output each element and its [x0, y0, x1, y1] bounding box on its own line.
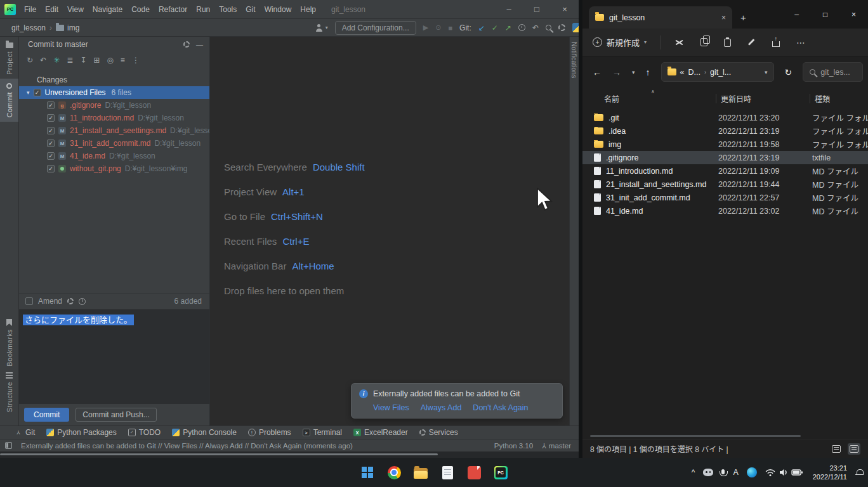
list-view-icon[interactable] — [830, 443, 843, 455]
editor-area[interactable]: Search Everywhere Double Shift Project V… — [210, 37, 569, 425]
file-row[interactable]: 41_ide.md 2022/12/11 23:02 MD ファイル — [582, 204, 868, 218]
maximize-button[interactable]: □ — [523, 0, 551, 18]
see-more-icon[interactable]: ⋯ — [796, 37, 806, 48]
tool-window-tab[interactable]: Python Console — [166, 426, 242, 439]
rename-icon[interactable] — [747, 38, 756, 46]
chrome-taskbar-button[interactable] — [386, 464, 402, 481]
refresh-icon[interactable]: ↻ — [27, 56, 33, 65]
share-icon[interactable] — [772, 41, 780, 47]
menu-item[interactable]: View — [63, 0, 88, 19]
tool-window-tab[interactable]: Terminal — [297, 426, 348, 439]
group-by-icon[interactable]: ⊞ — [93, 56, 100, 65]
chevron-down-icon[interactable]: ▾ — [27, 89, 30, 96]
column-divider[interactable] — [716, 94, 716, 103]
start-button[interactable] — [359, 464, 376, 481]
sidebar-tab-bookmarks[interactable]: Bookmarks — [0, 315, 18, 371]
changelist-icon[interactable]: ✳ — [53, 56, 60, 65]
network-volume-battery-icons[interactable] — [765, 467, 805, 477]
paste-icon[interactable] — [724, 39, 731, 47]
gear-icon[interactable] — [67, 298, 74, 304]
up-icon[interactable]: ↑ — [646, 67, 650, 77]
taskbar-clock[interactable]: 23:21 2022/12/11 — [813, 464, 847, 482]
sidebar-tab-structure[interactable]: Structure — [0, 368, 18, 417]
details-view-icon[interactable] — [848, 443, 860, 455]
menu-item[interactable]: Help — [296, 0, 320, 19]
checkbox-checked[interactable]: ✓ — [47, 127, 55, 134]
refresh-icon[interactable]: ↻ — [785, 67, 792, 77]
change-file-row[interactable]: ✓ without_git.png D:¥git_lesson¥img — [19, 162, 209, 175]
menu-item[interactable]: Git — [241, 0, 260, 19]
address-crumb-folder[interactable]: git_l... — [710, 68, 731, 77]
change-file-row[interactable]: ✓ .gitignore D:¥git_lesson — [19, 99, 209, 112]
rollback-icon[interactable]: ↶ — [532, 23, 539, 32]
forward-icon[interactable]: → — [612, 67, 621, 77]
change-file-row[interactable]: ✓ 11_introduction.md D:¥git_lesson — [19, 112, 209, 124]
breadcrumb-project[interactable]: git_lesson — [11, 23, 46, 32]
chevron-down-icon[interactable]: ▾ — [765, 69, 768, 75]
git-branch-widget[interactable]: Y master — [542, 442, 571, 450]
gear-icon[interactable] — [183, 41, 190, 48]
copy-icon[interactable] — [700, 38, 707, 46]
change-file-row[interactable]: ✓ 41_ide.md D:¥git_lesson — [19, 150, 209, 162]
file-explorer-taskbar-button[interactable] — [412, 464, 429, 481]
shelve-icon[interactable]: ↧ — [80, 56, 86, 65]
breadcrumb-img[interactable]: img — [67, 23, 79, 32]
edge-icon[interactable] — [747, 467, 757, 477]
tool-window-tab[interactable]: TODO — [122, 426, 166, 439]
new-item-button[interactable]: + 新規作成 ▾ — [593, 36, 647, 48]
file-row[interactable]: 11_introduction.md 2022/12/11 19:09 MD フ… — [582, 164, 868, 178]
new-tab-button[interactable]: + — [740, 12, 746, 23]
file-row[interactable]: 21_install_and_seettings.md 2022/12/11 1… — [582, 178, 868, 191]
more-options-icon[interactable]: ⋮ — [132, 56, 140, 65]
rollback-icon[interactable]: ↶ — [40, 56, 46, 65]
notification-action-link[interactable]: View Files — [373, 403, 409, 412]
column-header-type[interactable]: 種類 — [815, 93, 868, 108]
history-icon[interactable] — [79, 298, 86, 305]
settings-gear-icon[interactable] — [558, 24, 565, 31]
change-file-row[interactable]: ✓ 21_install_and_seettings.md D:¥git_les… — [19, 124, 209, 137]
sidebar-tab-notifications[interactable]: Notifications — [570, 37, 578, 78]
tab-close-icon[interactable]: × — [721, 13, 726, 22]
minimize-button[interactable]: – — [495, 0, 523, 18]
tool-window-tab[interactable]: Python Packages — [41, 426, 122, 439]
address-collapse-icon[interactable]: « — [680, 68, 685, 77]
file-row[interactable]: .gitignore 2022/12/11 23:19 txtfile — [582, 151, 868, 164]
add-configuration-button[interactable]: Add Configuration... — [335, 21, 416, 35]
column-divider[interactable] — [810, 94, 810, 103]
menu-item[interactable]: Edit — [41, 0, 63, 19]
checkbox-checked[interactable]: ✓ — [47, 114, 55, 122]
column-header-date[interactable]: 更新日時 — [721, 93, 815, 108]
menu-item[interactable]: Window — [260, 0, 296, 19]
pycharm-taskbar-button[interactable]: PC — [492, 464, 509, 481]
menu-item[interactable]: File — [20, 0, 41, 19]
microphone-icon[interactable] — [721, 469, 725, 474]
close-button[interactable]: × — [839, 0, 868, 29]
file-row[interactable]: .git 2022/12/11 23:20 ファイル フォルダー — [582, 111, 868, 124]
horizontal-scrollbar[interactable] — [590, 435, 801, 437]
menu-item[interactable]: Code — [127, 0, 154, 19]
checkbox-checked[interactable]: ✓ — [47, 101, 55, 109]
cut-icon[interactable] — [675, 39, 684, 46]
red-app-taskbar-button[interactable] — [466, 464, 482, 481]
tray-overflow-chevron-icon[interactable]: ^ — [692, 468, 695, 477]
menu-item[interactable]: Refactor — [154, 0, 192, 19]
minimize-button[interactable]: – — [782, 0, 811, 29]
commit-button[interactable]: Commit — [24, 408, 69, 422]
notification-action-link[interactable]: Always Add — [421, 403, 462, 412]
debug-icon[interactable]: ⊙ — [435, 23, 441, 32]
menu-item[interactable]: Tools — [214, 0, 241, 19]
sidebar-tab-commit[interactable]: Commit — [0, 79, 18, 122]
git-commit-icon[interactable]: ✓ — [492, 23, 498, 32]
status-message[interactable]: Externally added files can be added to G… — [21, 442, 485, 450]
checkbox-checked[interactable]: ✓ — [47, 165, 55, 172]
list-view-icon[interactable]: ≣ — [67, 56, 73, 65]
search-icon[interactable] — [546, 25, 551, 30]
run-icon[interactable]: ▶ — [423, 23, 428, 32]
history-icon[interactable] — [518, 24, 525, 31]
file-row[interactable]: .idea 2022/12/11 23:19 ファイル フォルダー — [582, 124, 868, 138]
address-crumb-drive[interactable]: D... — [688, 68, 700, 77]
ime-indicator[interactable]: A — [733, 468, 738, 477]
history-chevron-icon[interactable]: ▾ — [632, 69, 635, 75]
search-box[interactable]: git_les... — [803, 62, 863, 82]
git-push-icon[interactable]: ↗ — [505, 23, 511, 32]
